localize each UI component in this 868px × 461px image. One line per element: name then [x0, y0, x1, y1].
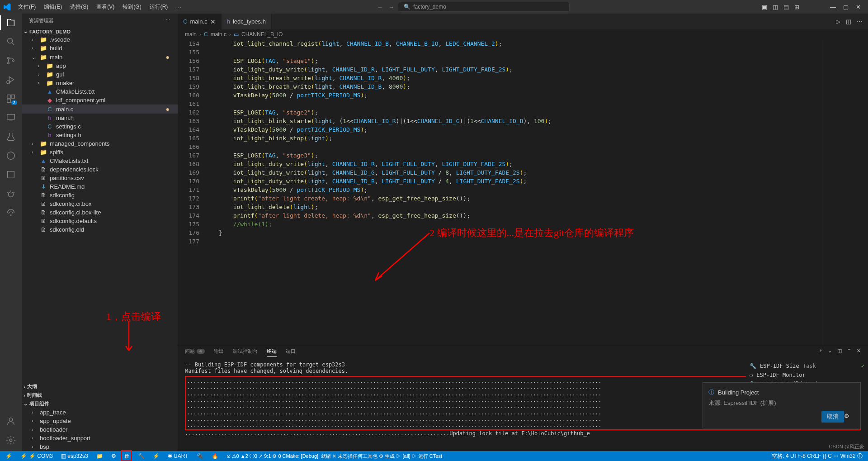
file-item[interactable]: Cmain.c● — [22, 105, 178, 114]
folder-item[interactable]: ›📁.vscode — [22, 35, 178, 44]
layout-icon[interactable]: ▣ — [762, 4, 767, 10]
close-icon[interactable]: ✕ — [856, 4, 861, 10]
explorer-icon[interactable] — [5, 17, 16, 28]
panel-tab[interactable]: 问题4 — [185, 348, 205, 357]
remote-icon[interactable] — [5, 112, 16, 123]
status-icon[interactable]: 🔥 — [210, 453, 220, 459]
minimize-icon[interactable]: — — [830, 4, 836, 10]
panel-tab[interactable]: 终端 — [267, 348, 277, 357]
nav-forward-icon[interactable]: → — [388, 4, 394, 10]
status-remote[interactable]: ⚡ — [4, 453, 14, 459]
status-icon[interactable]: ⚙ — [109, 453, 118, 459]
close-tab-icon[interactable]: ✕ — [210, 18, 216, 25]
nav-back-icon[interactable]: ← — [377, 4, 383, 10]
file-item[interactable]: 🗎dependencies.lock — [22, 165, 178, 174]
component-item[interactable]: ›bsp — [22, 442, 178, 451]
file-item[interactable]: 🗎sdkconfig.old — [22, 225, 178, 234]
editor-tab[interactable]: C main.c ✕ — [178, 14, 222, 29]
menu-item[interactable]: … — [172, 1, 185, 13]
file-item[interactable]: 🗎sdkconfig.defaults — [22, 217, 178, 225]
file-item[interactable]: ◆idf_component.yml — [22, 96, 178, 105]
layout-icon[interactable]: ▤ — [783, 4, 789, 10]
folder-item[interactable]: ›📁app — [22, 62, 178, 70]
folder-item[interactable]: ›📁managed_components — [22, 139, 178, 148]
layout-icon[interactable]: ◫ — [773, 4, 778, 10]
section-header[interactable]: ⌄项目组件 — [22, 399, 178, 408]
account-icon[interactable] — [5, 416, 16, 427]
settings-icon[interactable] — [5, 435, 16, 446]
bug-icon[interactable] — [5, 188, 16, 199]
menu-item[interactable]: 运行(R) — [146, 1, 172, 13]
testing-icon[interactable] — [5, 131, 16, 142]
maximize-panel-icon[interactable]: ⌃ — [847, 348, 851, 357]
code-editor[interactable]: 1541551561571581591601611621631641651661… — [178, 39, 868, 345]
editor-tab[interactable]: h ledc_types.h — [222, 14, 272, 29]
command-center[interactable]: 🔍 factory_demo — [398, 2, 570, 12]
source-control-icon[interactable] — [5, 55, 16, 66]
section-header[interactable]: ›大纲 — [22, 382, 178, 391]
split-terminal-icon[interactable]: ◫ — [837, 348, 842, 357]
close-panel-icon[interactable]: ✕ — [857, 348, 861, 357]
minimap[interactable] — [823, 39, 868, 345]
more-icon[interactable]: ⋯ — [165, 17, 170, 24]
file-item[interactable]: hsettings.h — [22, 131, 178, 139]
copilot-icon[interactable] — [5, 150, 16, 161]
status-build-icon[interactable]: 🔨 — [136, 453, 146, 459]
folder-item[interactable]: ⌄📁main● — [22, 52, 178, 62]
panel-tab[interactable]: 调试控制台 — [233, 348, 258, 357]
menu-item[interactable]: 查看(V) — [93, 1, 118, 13]
status-flash-icon[interactable]: ⚡ — [151, 453, 161, 459]
status-cmake[interactable]: ⊘ ⚠0 ▲2 ⓘ0 ↗ 9:1 ⚙ 0 CMake: [Debug]: 就绪 … — [225, 453, 444, 460]
debug-icon[interactable] — [5, 74, 16, 85]
notification-settings-icon[interactable]: ⚙ — [844, 413, 849, 419]
run-icon[interactable]: ▷ — [836, 18, 840, 25]
folder-item[interactable]: ›📁spiffs — [22, 148, 178, 157]
layout-icon[interactable]: ⊞ — [794, 4, 799, 10]
split-icon[interactable]: ◫ — [846, 18, 851, 25]
status-port[interactable]: ⚡ ⚡ COM3 — [19, 453, 55, 459]
more-icon[interactable]: ⋯ — [857, 18, 863, 25]
folder-item[interactable]: ›📁gui — [22, 70, 178, 79]
component-item[interactable]: ›app_trace — [22, 408, 178, 417]
menu-item[interactable]: 选择(S) — [66, 1, 92, 13]
status-uart[interactable]: ✱ UART — [166, 453, 190, 459]
file-item[interactable]: 🗎sdkconfig.ci.box-lite — [22, 208, 178, 217]
breadcrumb[interactable]: main › C main.c › ▭ CHANNEL_B_IO — [178, 29, 868, 39]
file-item[interactable]: 🗎sdkconfig.ci.box — [22, 200, 178, 208]
network-icon[interactable] — [5, 207, 16, 218]
status-trash-icon[interactable]: 🗑 — [123, 453, 132, 459]
component-item[interactable]: ›app_update — [22, 417, 178, 425]
menu-item[interactable]: 编辑(E) — [40, 1, 66, 13]
extensions-icon[interactable]: 2 — [5, 93, 16, 104]
cancel-button[interactable]: 取消 — [821, 411, 844, 423]
task-item[interactable]: ▭ESP-IDF Monitor — [750, 371, 864, 380]
file-item[interactable]: ⬇README.md — [22, 182, 178, 191]
file-item[interactable]: ▲CMakeLists.txt — [22, 87, 178, 96]
folder-item[interactable]: ›📁build — [22, 44, 178, 52]
file-item[interactable]: 🗎sdkconfig — [22, 191, 178, 200]
menu-item[interactable]: 转到(G) — [119, 1, 145, 13]
task-item[interactable]: 🔧ESP-IDF Size Task✓ — [750, 361, 864, 371]
status-icon[interactable]: 📁 — [94, 453, 105, 459]
component-item[interactable]: ›bootloader_support — [22, 434, 178, 442]
file-item[interactable]: 🗎partitions.csv — [22, 174, 178, 182]
file-item[interactable]: Csettings.c — [22, 122, 178, 131]
status-icon[interactable]: 🔌 — [195, 453, 205, 459]
section-header[interactable]: ›时间线 — [22, 391, 178, 399]
status-chip[interactable]: ▥ esp32s3 — [59, 453, 90, 459]
status-right[interactable]: 空格: 4 UTF-8 CRLF {} C ⋯ Win32 ⓘ — [770, 452, 864, 460]
nav-arrows[interactable]: ← → — [377, 4, 394, 10]
panel-tab[interactable]: 端口 — [286, 348, 296, 357]
new-terminal-icon[interactable]: + — [820, 348, 822, 357]
dropdown-icon[interactable]: ⌄ — [828, 348, 832, 357]
esp-icon[interactable] — [5, 169, 16, 180]
file-item[interactable]: hmain.h — [22, 114, 178, 122]
project-header[interactable]: ⌄FACTORY_DEMO — [22, 28, 178, 35]
folder-item[interactable]: ›📁rmaker — [22, 79, 178, 87]
search-icon[interactable] — [5, 36, 16, 47]
component-item[interactable]: ›bootloader — [22, 425, 178, 434]
maximize-icon[interactable]: ▢ — [843, 4, 849, 10]
file-item[interactable]: ▲CMakeLists.txt — [22, 157, 178, 165]
panel-tab[interactable]: 输出 — [214, 348, 224, 357]
menu-item[interactable]: 文件(F) — [14, 1, 39, 13]
